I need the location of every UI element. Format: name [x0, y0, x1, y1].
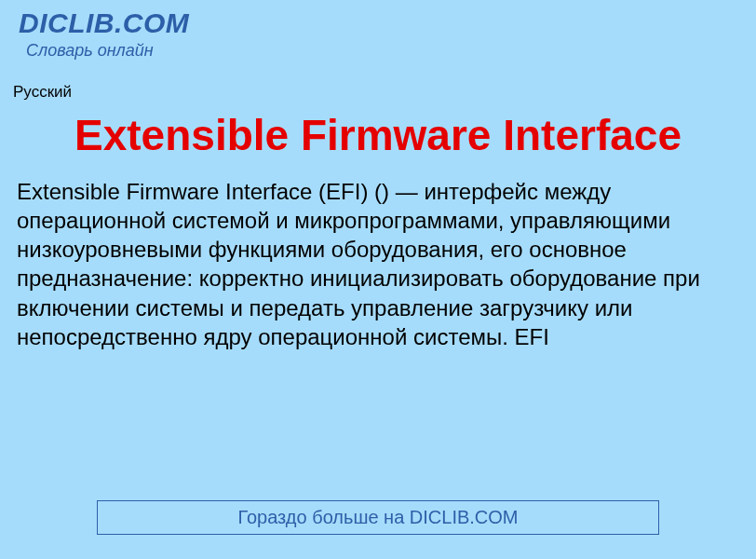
header: DICLIB.COM Словарь онлайн	[0, 0, 756, 68]
language-link[interactable]: Русский	[13, 83, 72, 101]
site-subtitle: Словарь онлайн	[19, 41, 737, 61]
more-bar[interactable]: Гораздо больше на DICLIB.COM	[97, 500, 659, 535]
more-link[interactable]: Гораздо больше на DICLIB.COM	[237, 507, 518, 527]
article: Extensible Firmware Interface Extensible…	[0, 111, 756, 351]
article-body: Extensible Firmware Interface (EFI) () —…	[17, 177, 739, 351]
article-title: Extensible Firmware Interface	[17, 111, 739, 160]
language-row: Русский	[0, 83, 756, 102]
site-title[interactable]: DICLIB.COM	[19, 7, 737, 39]
